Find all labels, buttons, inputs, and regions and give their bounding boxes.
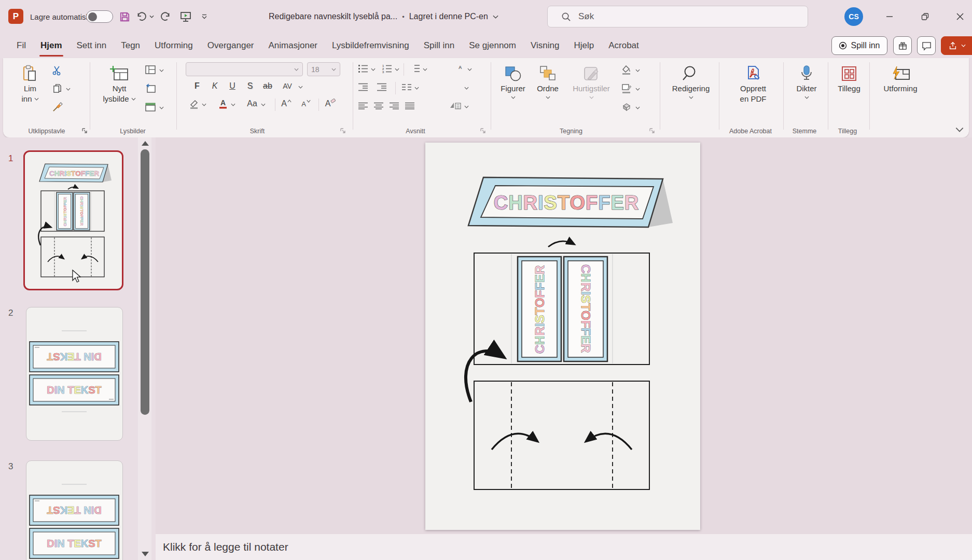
record-button[interactable]: Spill inn — [831, 36, 887, 55]
text-shadow-button[interactable]: S — [244, 80, 256, 92]
whats-new-button[interactable] — [893, 36, 912, 55]
clipboard-dialog-launcher[interactable] — [81, 127, 88, 134]
font-name-combobox[interactable] — [186, 62, 303, 76]
restore-button[interactable] — [913, 0, 937, 33]
scroll-up-arrow[interactable] — [142, 141, 149, 146]
addins-button[interactable]: Tillegg — [831, 61, 867, 128]
format-painter-button[interactable] — [51, 101, 63, 113]
notes-pane[interactable]: Klikk for å legge til notater — [156, 534, 972, 560]
tab-visning[interactable]: Visning — [523, 33, 566, 58]
customize-qat-button[interactable] — [199, 9, 210, 24]
share-button[interactable] — [941, 36, 972, 55]
columns-dropdown[interactable] — [413, 82, 420, 94]
bold-button[interactable]: F — [191, 80, 203, 92]
tab-fil[interactable]: Fil — [9, 33, 33, 58]
tab-utforming[interactable]: Utforming — [147, 33, 200, 58]
redo-button[interactable] — [159, 9, 173, 24]
search-box[interactable] — [547, 6, 808, 27]
minimize-button[interactable] — [878, 0, 901, 33]
tab-acrobat[interactable]: Acrobat — [601, 33, 646, 58]
quick-styles-button[interactable]: Hurtigstiler — [565, 61, 617, 128]
align-text-dropdown[interactable] — [463, 82, 470, 94]
shape-fill-dropdown[interactable] — [634, 64, 641, 77]
shrink-font-button[interactable]: A — [300, 97, 312, 110]
editing-button[interactable]: Redigering — [667, 61, 715, 128]
save-button[interactable] — [117, 9, 132, 24]
strikethrough-button[interactable]: ab — [261, 80, 274, 92]
font-color-button[interactable]: A — [217, 97, 229, 110]
columns-button[interactable] — [400, 81, 413, 93]
character-spacing-button[interactable]: AV — [281, 80, 294, 92]
drawing-dialog-launcher[interactable] — [648, 127, 656, 134]
layout-button[interactable] — [144, 63, 157, 76]
tab-lysbildefremvisning[interactable]: Lysbildefremvisning — [325, 33, 416, 58]
line-spacing-button[interactable] — [409, 62, 421, 75]
collapse-ribbon-button[interactable] — [955, 127, 964, 132]
change-case-dropdown[interactable] — [259, 99, 267, 111]
character-spacing-dropdown[interactable] — [297, 81, 304, 93]
layout-dropdown[interactable] — [158, 64, 165, 77]
align-text-button[interactable] — [449, 81, 462, 93]
document-title-area[interactable]: Redigebare navneskilt lyseblå pa... • La… — [269, 0, 498, 33]
highlight-dropdown[interactable] — [200, 99, 207, 111]
tab-animasjoner[interactable]: Animasjoner — [261, 33, 325, 58]
shape-effects-dropdown[interactable] — [634, 102, 641, 114]
change-case-button[interactable]: Aa — [246, 97, 258, 110]
shape-effects-button[interactable] — [620, 101, 633, 113]
avatar[interactable]: CS — [844, 7, 863, 26]
increase-indent-button[interactable] — [376, 81, 388, 93]
align-right-button[interactable] — [388, 100, 400, 112]
numbering-dropdown[interactable] — [393, 63, 400, 76]
autosave-toggle[interactable] — [86, 10, 113, 23]
clear-formatting-button[interactable]: A — [325, 97, 337, 110]
highlight-color-button[interactable] — [188, 97, 200, 110]
section-dropdown[interactable] — [158, 102, 165, 114]
underline-button[interactable]: U — [226, 80, 239, 92]
powerpoint-logo-icon[interactable]: P — [8, 9, 23, 24]
dictate-button[interactable]: Dikter — [787, 61, 826, 128]
tab-hjem[interactable]: Hjem — [33, 33, 70, 58]
justify-button[interactable] — [404, 100, 416, 112]
italic-button[interactable]: K — [209, 80, 221, 92]
smartart-dropdown[interactable] — [463, 101, 470, 113]
tab-sett-inn[interactable]: Sett inn — [70, 33, 114, 58]
bullets-button[interactable] — [357, 62, 369, 75]
font-size-combobox[interactable]: 18 — [307, 62, 340, 76]
font-dialog-launcher[interactable] — [339, 127, 346, 134]
section-button[interactable] — [144, 101, 157, 113]
undo-dropdown[interactable] — [147, 9, 156, 24]
line-spacing-dropdown[interactable] — [421, 63, 428, 76]
tab-spill-inn[interactable]: Spill inn — [416, 33, 462, 58]
thumbnail-scrollbar-thumb[interactable] — [141, 149, 149, 415]
shape-outline-dropdown[interactable] — [634, 83, 641, 95]
grow-font-button[interactable]: A — [280, 97, 293, 110]
align-left-button[interactable] — [357, 100, 369, 112]
create-pdf-button[interactable]: Opprett en PDF — [726, 61, 780, 128]
convert-to-smartart-button[interactable] — [449, 100, 462, 112]
tab-tegn[interactable]: Tegn — [114, 33, 147, 58]
shapes-button[interactable]: Figurer — [496, 61, 530, 128]
numbering-button[interactable]: 123 — [381, 62, 393, 75]
notes-placeholder[interactable]: Klikk for å legge til notater — [163, 541, 288, 553]
paste-button[interactable]: Lim inn — [15, 61, 46, 128]
paragraph-dialog-launcher[interactable] — [479, 127, 487, 134]
scroll-down-arrow[interactable] — [142, 552, 149, 556]
slide-thumbnail-3[interactable]: DIN TEKST DIN TEKST — [26, 460, 123, 560]
comments-button[interactable] — [917, 36, 936, 55]
copy-dropdown[interactable] — [64, 83, 72, 95]
sort-button[interactable]: A — [452, 62, 465, 75]
designer-button[interactable]: Utforming — [874, 61, 926, 128]
undo-button[interactable] — [134, 9, 148, 24]
new-slide-button[interactable]: Nytt lysbilde — [99, 61, 140, 128]
shape-outline-button[interactable] — [620, 82, 633, 94]
slide-thumbnail-1[interactable]: CHRISTOFFER CHRISTOFFER CHRISTOFFER — [23, 150, 123, 290]
close-button[interactable] — [948, 0, 972, 33]
arrange-button[interactable]: Ordne — [532, 61, 563, 128]
bullets-dropdown[interactable] — [369, 63, 377, 76]
align-center-button[interactable] — [372, 100, 385, 112]
shape-fill-button[interactable] — [620, 63, 633, 76]
copy-button[interactable] — [51, 82, 63, 94]
search-input[interactable] — [578, 11, 775, 22]
sort-dropdown[interactable] — [466, 63, 473, 76]
start-slideshow-button[interactable] — [178, 9, 193, 24]
